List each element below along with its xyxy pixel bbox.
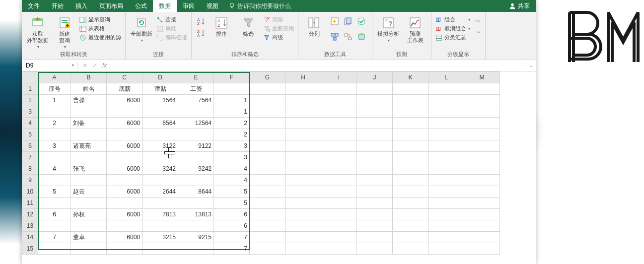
remove-dup-button[interactable] (343, 16, 354, 27)
cell-D7[interactable] (143, 152, 178, 163)
connections-button[interactable]: 连接 (156, 16, 187, 23)
cell-M10[interactable] (464, 186, 500, 198)
cell-L12[interactable] (429, 209, 464, 220)
cell-H9[interactable] (286, 175, 321, 186)
cell-D8[interactable]: 3242 (143, 163, 178, 175)
cell-J9[interactable] (357, 175, 393, 186)
refresh-all-button[interactable]: 全部刷新▾ (130, 14, 153, 43)
cell-H15[interactable] (286, 243, 321, 255)
cell-I5[interactable] (321, 129, 357, 140)
cell-I3[interactable] (321, 106, 357, 118)
cell-M9[interactable] (464, 175, 500, 186)
cell-I2[interactable] (321, 95, 357, 106)
row-header-9[interactable]: 9 (22, 175, 38, 186)
cell-F2[interactable]: 1 (214, 95, 250, 106)
cell-H10[interactable] (286, 186, 321, 198)
menu-tab-数据[interactable]: 数据 (153, 0, 177, 12)
cell-G5[interactable] (250, 129, 286, 140)
cell-B15[interactable] (71, 243, 107, 255)
cell-K1[interactable] (393, 83, 429, 95)
cell-J13[interactable] (357, 220, 393, 232)
cell-H2[interactable] (286, 95, 321, 106)
ungroup-button[interactable]: 取消组合▾ (435, 25, 470, 32)
cell-J2[interactable] (357, 95, 393, 106)
cell-E11[interactable] (178, 198, 214, 209)
cell-G8[interactable] (250, 163, 286, 175)
cell-K7[interactable] (393, 152, 429, 163)
cell-G14[interactable] (250, 232, 286, 243)
fx-icon[interactable]: fx (102, 62, 107, 69)
cell-C9[interactable] (107, 175, 143, 186)
row-header-11[interactable]: 11 (22, 198, 38, 209)
cell-B5[interactable] (71, 129, 107, 140)
cell-E6[interactable]: 9122 (178, 140, 214, 152)
cell-L9[interactable] (429, 175, 464, 186)
cell-B11[interactable] (71, 198, 107, 209)
cell-E13[interactable] (178, 220, 214, 232)
cell-B3[interactable] (71, 106, 107, 118)
cell-D3[interactable] (143, 106, 178, 118)
cell-J1[interactable] (357, 83, 393, 95)
cell-J6[interactable] (357, 140, 393, 152)
cell-C5[interactable] (107, 129, 143, 140)
cell-M12[interactable] (464, 209, 500, 220)
cell-E12[interactable]: 13813 (178, 209, 214, 220)
cell-A13[interactable] (38, 220, 71, 232)
name-box-input[interactable] (26, 62, 61, 69)
cell-L4[interactable] (429, 118, 464, 129)
cell-K15[interactable] (393, 243, 429, 255)
cell-J3[interactable] (357, 106, 393, 118)
col-header-I[interactable]: I (321, 72, 357, 83)
cell-K4[interactable] (393, 118, 429, 129)
cell-J15[interactable] (357, 243, 393, 255)
cell-E8[interactable]: 9242 (178, 163, 214, 175)
filter-button[interactable]: 筛选 (236, 14, 260, 37)
data-model-button[interactable] (356, 31, 367, 42)
cell-M5[interactable] (464, 129, 500, 140)
cell-A3[interactable] (38, 106, 71, 118)
cell-G7[interactable] (250, 152, 286, 163)
cell-K10[interactable] (393, 186, 429, 198)
consolidate-button[interactable] (329, 31, 340, 42)
sort-button[interactable]: AZ 排序 (210, 14, 233, 37)
cell-F12[interactable]: 6 (214, 209, 250, 220)
hide-detail-button[interactable]: −≡ (473, 28, 481, 36)
row-header-12[interactable]: 12 (22, 209, 38, 220)
cell-H12[interactable] (286, 209, 321, 220)
cell-M15[interactable] (464, 243, 500, 255)
menu-tab-视图[interactable]: 视图 (201, 0, 224, 12)
row-header-10[interactable]: 10 (22, 186, 38, 198)
cell-F11[interactable]: 5 (214, 198, 250, 209)
menu-tab-页面布局[interactable]: 页面布局 (93, 0, 129, 12)
whatif-button[interactable]: ? 模拟分析▾ (376, 14, 400, 43)
chevron-down-icon[interactable]: ▾ (72, 63, 74, 67)
col-header-G[interactable]: G (250, 72, 286, 83)
cell-L15[interactable] (429, 243, 464, 255)
cell-E15[interactable] (178, 243, 214, 255)
cell-I8[interactable] (321, 163, 357, 175)
cell-C12[interactable]: 6000 (107, 209, 143, 220)
row-header-6[interactable]: 6 (22, 140, 38, 152)
cell-M4[interactable] (464, 118, 500, 129)
cell-I9[interactable] (321, 175, 357, 186)
cell-J12[interactable] (357, 209, 393, 220)
cell-B8[interactable]: 张飞 (71, 163, 107, 175)
col-header-D[interactable]: D (143, 72, 178, 83)
cell-E14[interactable]: 9215 (178, 232, 214, 243)
cell-D13[interactable] (143, 220, 178, 232)
cell-F6[interactable]: 3 (214, 140, 250, 152)
cell-M1[interactable] (464, 83, 500, 95)
cell-L5[interactable] (429, 129, 464, 140)
cell-F3[interactable]: 1 (214, 106, 250, 118)
cell-G2[interactable] (250, 95, 286, 106)
row-header-8[interactable]: 8 (22, 163, 38, 175)
forecast-sheet-button[interactable]: 预测 工作表 (403, 14, 427, 44)
cell-B2[interactable]: 曹操 (71, 95, 107, 106)
cell-H11[interactable] (286, 198, 321, 209)
cell-A15[interactable] (38, 243, 71, 255)
cell-C7[interactable] (107, 152, 143, 163)
col-header-H[interactable]: H (286, 72, 321, 83)
cell-K3[interactable] (393, 106, 429, 118)
sort-desc-button[interactable]: ZA (196, 28, 207, 39)
cell-L7[interactable] (429, 152, 464, 163)
